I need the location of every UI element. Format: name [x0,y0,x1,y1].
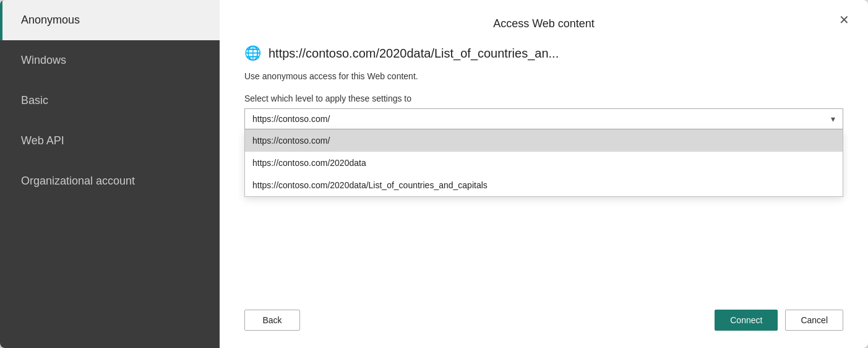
level-dropdown-wrapper[interactable]: https://contoso.com/ ▾ https://contoso.c… [244,108,843,129]
footer: Back Connect Cancel [244,297,843,331]
btn-group-right: Connect Cancel [715,310,843,331]
dropdown-option-2[interactable]: https://contoso.com/2020data/List_of_cou… [245,174,843,196]
sidebar-item-windows[interactable]: Windows [0,40,220,80]
cancel-button[interactable]: Cancel [785,310,843,331]
sidebar-item-webapi[interactable]: Web API [0,121,220,161]
sidebar: Anonymous Windows Basic Web API Organiza… [0,0,220,348]
dropdown-selected-value: https://contoso.com/ [252,114,820,124]
sidebar-item-org-account[interactable]: Organizational account [0,161,220,201]
chevron-down-icon: ▾ [831,114,835,124]
sidebar-item-basic[interactable]: Basic [0,80,220,121]
dropdown-option-0[interactable]: https://contoso.com/ [245,129,843,152]
back-button[interactable]: Back [244,310,300,331]
url-display: https://contoso.com/2020data/List_of_cou… [269,46,559,61]
description-text: Use anonymous access for this Web conten… [244,71,843,81]
dropdown-list: https://contoso.com/ https://contoso.com… [244,129,843,197]
close-button[interactable]: ✕ [834,11,854,28]
globe-icon: 🌐 [244,45,261,61]
level-label: Select which level to apply these settin… [244,94,843,103]
connect-button[interactable]: Connect [715,310,778,331]
dropdown-option-1[interactable]: https://contoso.com/2020data [245,152,843,174]
main-content: ✕ Access Web content 🌐 https://contoso.c… [220,0,868,348]
access-web-content-dialog: Anonymous Windows Basic Web API Organiza… [0,0,868,348]
url-row: 🌐 https://contoso.com/2020data/List_of_c… [244,45,843,61]
sidebar-item-anonymous[interactable]: Anonymous [0,0,220,40]
dialog-title: Access Web content [244,17,843,30]
